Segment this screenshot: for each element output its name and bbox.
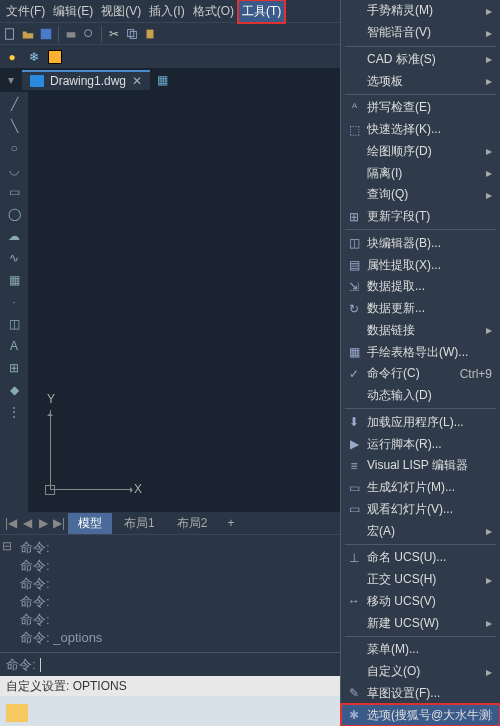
layout-nav-button[interactable]: |◀ <box>4 516 18 530</box>
polyline-tool-icon[interactable]: ╲ <box>6 118 22 134</box>
layout-nav-button[interactable]: ▶| <box>52 516 66 530</box>
menu-item-label: 手绘表格导出(W)... <box>367 344 492 361</box>
menu-item[interactable]: ✓命令行(C)Ctrl+9 <box>341 363 500 385</box>
slide-icon: ▭ <box>345 480 363 496</box>
menu-item[interactable]: 手势精灵(M)▸ <box>341 0 500 22</box>
menu-item[interactable]: CAD 标准(S)▸ <box>341 48 500 70</box>
menu-item[interactable]: ᴬ拼写检查(E) <box>341 97 500 119</box>
preview-icon[interactable] <box>81 26 97 42</box>
hatch-tool-icon[interactable]: ▦ <box>6 272 22 288</box>
menu-item[interactable]: ⬇加载应用程序(L)... <box>341 411 500 433</box>
blank-icon <box>345 51 363 67</box>
menu-item[interactable]: ▦手绘表格导出(W)... <box>341 341 500 363</box>
close-tab-icon[interactable]: ✕ <box>132 74 142 88</box>
rectangle-tool-icon[interactable]: ▭ <box>6 184 22 200</box>
paste-icon[interactable] <box>142 26 158 42</box>
menu-item[interactable]: ↻数据更新... <box>341 298 500 320</box>
block-tool-icon[interactable]: ◫ <box>6 316 22 332</box>
menubar-item[interactable]: 格式(O) <box>189 0 238 23</box>
document-tab[interactable]: Drawing1.dwg ✕ <box>22 70 150 90</box>
menu-item[interactable]: 正交 UCS(H)▸ <box>341 569 500 591</box>
blank-icon <box>345 523 363 539</box>
menu-item[interactable]: 宏(A)▸ <box>341 520 500 542</box>
menu-item-label: 加载应用程序(L)... <box>367 414 492 431</box>
layer-bulb-icon[interactable]: ● <box>4 49 20 65</box>
menu-item[interactable]: 查询(Q)▸ <box>341 184 500 206</box>
command-prompt: 命令: <box>6 656 36 674</box>
menu-item-label: 生成幻灯片(M)... <box>367 479 492 496</box>
menu-item[interactable]: ⇲数据提取... <box>341 276 500 298</box>
menu-separator <box>345 544 496 545</box>
toolbar-separator <box>58 26 59 42</box>
layout-tab[interactable]: 模型 <box>68 513 112 534</box>
menu-item[interactable]: ⊥命名 UCS(U)... <box>341 547 500 569</box>
layout-tab[interactable]: 布局1 <box>114 513 165 534</box>
blank-icon <box>345 73 363 89</box>
layer-freeze-icon[interactable]: ❄ <box>26 49 42 65</box>
menu-item[interactable]: 选项板▸ <box>341 70 500 92</box>
menu-item[interactable]: ◫块编辑器(B)... <box>341 232 500 254</box>
line-tool-icon[interactable]: ╱ <box>6 96 22 112</box>
menu-item[interactable]: ⊞更新字段(T) <box>341 206 500 228</box>
add-layout-button[interactable]: + <box>219 514 242 532</box>
point-tool-icon[interactable]: · <box>6 294 22 310</box>
submenu-arrow-icon: ▸ <box>486 166 492 180</box>
table-tool-icon[interactable]: ⊞ <box>6 360 22 376</box>
menubar-item[interactable]: 工具(T) <box>238 0 285 23</box>
menubar-item[interactable]: 文件(F) <box>2 0 49 23</box>
ucs-x-label: X <box>134 482 142 496</box>
menu-item[interactable]: 智能语音(V)▸ <box>341 22 500 44</box>
arc-tool-icon[interactable]: ◡ <box>6 162 22 178</box>
submenu-arrow-icon: ▸ <box>486 26 492 40</box>
new-icon[interactable] <box>2 26 18 42</box>
region-tool-icon[interactable]: ◆ <box>6 382 22 398</box>
open-icon[interactable] <box>20 26 36 42</box>
file-explorer-icon[interactable] <box>6 704 28 722</box>
menubar-item[interactable]: 视图(V) <box>97 0 145 23</box>
layout-nav-button[interactable]: ▶ <box>36 516 50 530</box>
menu-item[interactable]: 菜单(M)... <box>341 639 500 661</box>
circle-tool-icon[interactable]: ○ <box>6 140 22 156</box>
svg-rect-0 <box>6 28 14 39</box>
menu-item[interactable]: ▭观看幻灯片(V)... <box>341 498 500 520</box>
menu-item[interactable]: ▶运行脚本(R)... <box>341 433 500 455</box>
menu-item[interactable]: ▤属性提取(X)... <box>341 254 500 276</box>
menu-item[interactable]: ▭生成幻灯片(M)... <box>341 477 500 499</box>
save-icon[interactable] <box>38 26 54 42</box>
layout-nav-button[interactable]: ◀ <box>20 516 34 530</box>
ellipse-tool-icon[interactable]: ◯ <box>6 206 22 222</box>
layer-color-swatch[interactable] <box>48 50 62 64</box>
menu-item[interactable]: ✎草图设置(F)... <box>341 682 500 704</box>
menu-item[interactable]: 动态输入(D) <box>341 385 500 407</box>
menu-item[interactable]: 新建 UCS(W)▸ <box>341 612 500 634</box>
cut-icon[interactable]: ✂ <box>106 26 122 42</box>
svg-rect-1 <box>41 28 52 39</box>
layout-tab[interactable]: 布局2 <box>167 513 218 534</box>
submenu-arrow-icon: ▸ <box>486 144 492 158</box>
spline-tool-icon[interactable]: ∿ <box>6 250 22 266</box>
menu-item[interactable]: 绘图顺序(D)▸ <box>341 140 500 162</box>
print-icon[interactable] <box>63 26 79 42</box>
menu-item-label: 智能语音(V) <box>367 24 482 41</box>
menubar-item[interactable]: 插入(I) <box>145 0 188 23</box>
command-toggle-icon[interactable]: ⊟ <box>0 535 14 652</box>
menu-item[interactable]: ↔移动 UCS(V) <box>341 590 500 612</box>
more-tools-icon[interactable]: ⋮ <box>6 404 22 420</box>
menu-item-label: 草图设置(F)... <box>367 685 492 702</box>
tab-dropdown-icon[interactable]: ▾ <box>4 73 18 87</box>
copy-icon[interactable] <box>124 26 140 42</box>
menu-item-label: CAD 标准(S) <box>367 51 482 68</box>
menu-item[interactable]: 自定义(O)▸ <box>341 661 500 683</box>
menubar-item[interactable]: 编辑(E) <box>49 0 97 23</box>
menu-item-label: 选项板 <box>367 73 482 90</box>
menu-item[interactable]: 隔离(I)▸ <box>341 162 500 184</box>
menu-item-label: 选项(搜狐号@大水牛测绘 <box>367 707 492 724</box>
menu-item[interactable]: ≡Visual LISP 编辑器 <box>341 455 500 477</box>
menu-item[interactable]: ✱选项(搜狐号@大水牛测绘 <box>341 704 500 726</box>
menu-item-label: 隔离(I) <box>367 165 482 182</box>
new-tab-icon[interactable]: ▦ <box>154 72 170 88</box>
menu-item[interactable]: 数据链接▸ <box>341 319 500 341</box>
text-tool-icon[interactable]: A <box>6 338 22 354</box>
menu-item[interactable]: ⬚快速选择(K)... <box>341 119 500 141</box>
cloud-tool-icon[interactable]: ☁ <box>6 228 22 244</box>
